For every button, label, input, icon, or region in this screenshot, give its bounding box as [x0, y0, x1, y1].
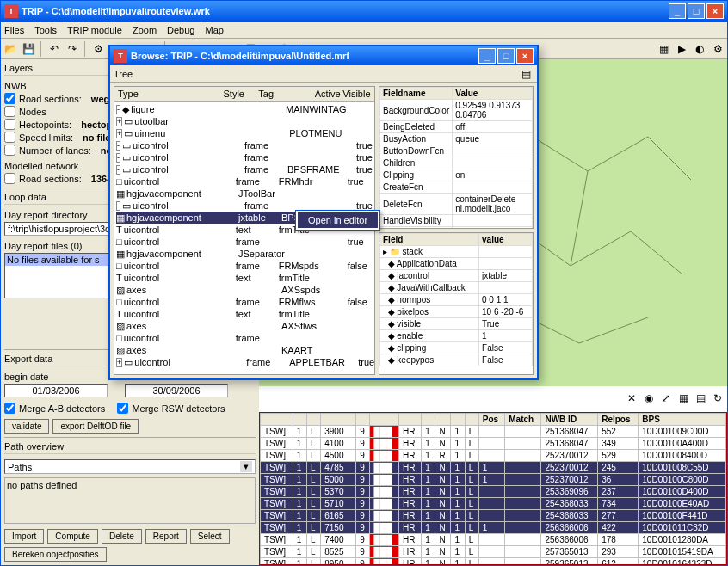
- end-date[interactable]: [125, 384, 228, 397]
- merge-rsw-check[interactable]: [117, 403, 128, 414]
- tree-toggle-icon[interactable]: -: [116, 165, 120, 175]
- open-icon[interactable]: 📂: [3, 41, 18, 57]
- browse-menu-tree[interactable]: Tree: [114, 69, 133, 79]
- table-row[interactable]: TSW]1L61659███HR1N1L25436803327710D00100…: [261, 510, 726, 522]
- undo-icon[interactable]: ↶: [46, 41, 62, 57]
- browse-max-button[interactable]: □: [497, 48, 515, 64]
- road2-check[interactable]: [4, 173, 15, 184]
- menu-map[interactable]: Map: [205, 25, 223, 35]
- tree-row[interactable]: □uicontrolframetrueoff: [116, 236, 373, 248]
- menu-files[interactable]: Files: [4, 25, 24, 35]
- browse-min-button[interactable]: _: [478, 48, 496, 64]
- tree-row[interactable]: -▭uicontrolframetrueoff: [116, 139, 373, 151]
- browse-menubar: Tree ▤: [110, 65, 537, 83]
- globe-icon[interactable]: ◐: [692, 41, 707, 57]
- tree-toggle-icon[interactable]: -: [116, 105, 120, 114]
- map-tool2-icon[interactable]: ◉: [641, 391, 657, 406]
- tree-toggle-icon[interactable]: +: [116, 129, 122, 138]
- save-icon[interactable]: 💾: [21, 41, 36, 57]
- zoom-in-icon[interactable]: ⚙: [90, 41, 106, 57]
- table-row[interactable]: TSW]1L41009███HR1N1L25136804734910D00100…: [261, 438, 726, 450]
- table-row[interactable]: TSW]1L50009███HR1N1L12523700123610D00100…: [261, 474, 726, 486]
- map-refresh-icon[interactable]: ↻: [710, 391, 725, 406]
- data-table[interactable]: PosMatchNWB IDRelposBPSTSW]1L39009███HR1…: [259, 412, 727, 565]
- table-row[interactable]: TSW]1L85259███HR1N1L25736501329310D00101…: [261, 546, 726, 558]
- node-name: axes: [126, 321, 238, 331]
- tree-row[interactable]: -▭uicontrolframetrueoff: [116, 151, 373, 163]
- tree-toggle-icon[interactable]: -: [116, 201, 120, 211]
- speed-check[interactable]: [4, 132, 15, 143]
- report-button[interactable]: Report: [145, 529, 187, 544]
- tree-row[interactable]: +▭utoolbaron: [116, 115, 373, 127]
- menu-debug[interactable]: Debug: [167, 25, 194, 35]
- tree-panel[interactable]: Type Style Tag Active Visible -◆figureMA…: [114, 86, 375, 375]
- flag-icon[interactable]: ▶: [674, 41, 689, 57]
- tree-row[interactable]: TuicontroltextfrmTitleoff: [116, 272, 373, 284]
- tree-row[interactable]: ▨axesAXSflwsoff: [116, 320, 373, 332]
- compute-button[interactable]: Compute: [47, 529, 98, 544]
- tree-row[interactable]: ▦hgjavacomponentJSeparatoroff: [116, 248, 373, 260]
- tree-row[interactable]: □uicontrolframeoff: [116, 332, 373, 344]
- minimize-button[interactable]: _: [669, 3, 686, 19]
- tree-toggle-icon[interactable]: +: [116, 117, 122, 126]
- table-row[interactable]: TSW]1L57109███HR1N1L25436803373410D00100…: [261, 498, 726, 510]
- browse-titlebar[interactable]: T Browse: TRIP - C:\d\modelit\impuval\Un…: [110, 46, 537, 65]
- layout-icon[interactable]: ▦: [656, 41, 671, 57]
- map-tool3-icon[interactable]: ⤢: [658, 391, 674, 406]
- tree-row[interactable]: ▨axesKAARToff: [116, 344, 373, 356]
- tree-toggle-icon[interactable]: -: [116, 153, 120, 163]
- road-sections-check[interactable]: [4, 93, 15, 104]
- export-button[interactable]: export DelftOD file: [52, 419, 139, 434]
- browse-tool-icon[interactable]: ▤: [518, 66, 534, 82]
- node-name: hgjavacomponent: [126, 249, 238, 259]
- import-button[interactable]: Import: [4, 529, 44, 544]
- map-tool4-icon[interactable]: ▦: [676, 391, 691, 406]
- table-row[interactable]: TSW]1L53709███HR1N1L25336909623710D00100…: [261, 486, 726, 498]
- paths-combo[interactable]: Paths▾: [4, 459, 256, 474]
- tree-row[interactable]: +▭uimenuPLOTMENUon: [116, 127, 373, 139]
- begin-date[interactable]: [4, 384, 108, 397]
- node-icon: □: [116, 333, 122, 343]
- table-row[interactable]: TSW]1L89509███HR1N1L25936501361210D00101…: [261, 558, 726, 566]
- node-icon: ▦: [116, 212, 125, 224]
- map-tool1-icon[interactable]: ✕: [624, 391, 639, 406]
- table-row[interactable]: TSW]1L71509███HR1N1L125636600642210D0010…: [261, 522, 726, 534]
- tree-toggle-icon[interactable]: -: [116, 141, 120, 151]
- gear-icon[interactable]: ⚙: [710, 41, 725, 57]
- nodes-check[interactable]: [4, 106, 15, 117]
- menu-zoom[interactable]: Zoom: [133, 25, 157, 35]
- tree-row[interactable]: +▭uicontrolframeAPPLETBARtrueoff: [116, 356, 373, 368]
- close-button[interactable]: ×: [706, 3, 724, 19]
- maximize-button[interactable]: □: [688, 3, 705, 19]
- table-row[interactable]: TSW]1L74009███HR1N1L25636600617810D00101…: [261, 534, 726, 546]
- tree-toggle-icon[interactable]: +: [116, 358, 122, 367]
- tree-row[interactable]: □uicontrolframeFRMflwsfalseoff: [116, 296, 373, 308]
- menu-tools[interactable]: Tools: [34, 25, 57, 35]
- lanes-check[interactable]: [4, 145, 15, 156]
- redo-icon[interactable]: ↷: [65, 41, 80, 57]
- browse-close-button[interactable]: ×: [516, 48, 534, 64]
- select-button[interactable]: Select: [190, 529, 230, 544]
- fields-table[interactable]: FieldnameValueBackgroundColor0.92549 0.9…: [379, 86, 534, 229]
- tree-row[interactable]: TuicontroltextfrmTitleoff: [116, 308, 373, 320]
- table-row[interactable]: TSW]1L45009███HR1R1L25237001252910D00100…: [261, 450, 726, 462]
- tree-row[interactable]: ▨axesAXSspdsoff: [116, 284, 373, 296]
- hecto-check[interactable]: [4, 119, 15, 130]
- node-name: uicontrol: [133, 200, 244, 211]
- bereken-button[interactable]: Bereken objectposities: [4, 547, 107, 562]
- validate-button[interactable]: validate: [4, 419, 49, 434]
- tree-row[interactable]: -▭uicontrolframeBPSFRAMEtrueoff: [116, 163, 373, 175]
- open-in-editor-item[interactable]: Open in editor: [298, 212, 378, 228]
- map-tool5-icon[interactable]: ▤: [693, 391, 708, 406]
- stack-table[interactable]: Fieldvalue▸ 📁 stack ◆ ApplicationData ◆ …: [379, 232, 534, 375]
- tree-row[interactable]: -◆figureMAINWINTAGon: [116, 103, 373, 115]
- tree-row[interactable]: □uicontrolframeFRMspdsfalseoff: [116, 260, 373, 272]
- menu-trip[interactable]: TRIP module: [67, 25, 122, 35]
- table-row[interactable]: TSW]1L39009███HR1N1L25136804755210D00100…: [261, 426, 726, 438]
- table-row[interactable]: TSW]1L47859███HR1N1L125237001224510D0010…: [261, 462, 726, 474]
- merge-ab-check[interactable]: [4, 403, 15, 414]
- main-titlebar[interactable]: T TRIP - C:\d\modelit\impuval\routeview.…: [1, 1, 727, 22]
- delete-button[interactable]: Delete: [102, 529, 142, 544]
- tree-row[interactable]: □uicontrolframeFRMhdrtrueoff: [116, 175, 373, 188]
- tree-row[interactable]: ▦hgjavacomponentJToolBaroff: [116, 188, 373, 200]
